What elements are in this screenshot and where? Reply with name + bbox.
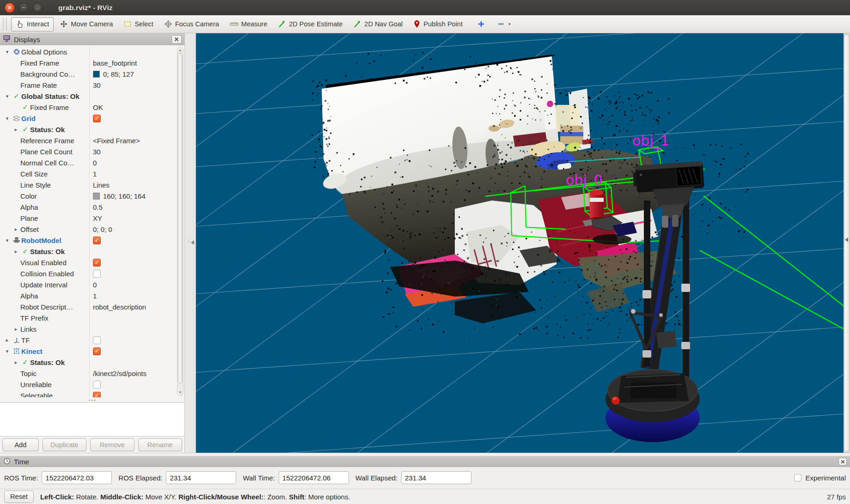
tree-row-unreliable[interactable]: Unreliable xyxy=(0,379,184,390)
tree-row-fixed-frame[interactable]: ✓Fixed FrameOK xyxy=(0,102,184,113)
tree-row-plane[interactable]: PlaneXY xyxy=(0,213,184,224)
value-text[interactable]: /kinect2/sd/points xyxy=(93,370,147,377)
value-text[interactable]: <Fixed Frame> xyxy=(93,137,140,145)
tree-row-normal-cell-co[interactable]: Normal Cell Co…0 xyxy=(0,157,184,168)
tree-row-selectable[interactable]: Selectable✓ xyxy=(0,390,184,397)
collapse-arrow-icon[interactable]: ▾ xyxy=(3,115,12,121)
time-panel-header[interactable]: Time xyxy=(0,456,850,467)
tool-publish-point[interactable]: Publish Point xyxy=(409,17,467,31)
collapse-arrow-icon[interactable]: ▾ xyxy=(3,49,12,55)
tree-row-robotmodel[interactable]: ▾RobotModel✓ xyxy=(0,235,184,246)
close-icon[interactable] xyxy=(838,458,847,466)
unchecked-checkbox[interactable] xyxy=(93,270,101,278)
tree-row-alpha[interactable]: Alpha0.5 xyxy=(0,201,184,213)
tree-row-plane-cell-count[interactable]: Plane Cell Count30 xyxy=(0,146,184,157)
collapse-arrow-icon[interactable]: ▾ xyxy=(3,348,12,354)
checked-checkbox[interactable]: ✓ xyxy=(93,259,101,267)
tool-interact[interactable]: Interact xyxy=(11,17,54,31)
tree-row-update-interval[interactable]: Update Interval0 xyxy=(0,279,184,290)
collapse-arrow-icon[interactable] xyxy=(191,240,194,245)
displays-tree[interactable]: ▾Global OptionsFixed Framebase_footprint… xyxy=(0,45,184,397)
value-text[interactable]: 0 xyxy=(93,281,97,289)
tree-row-reference-frame[interactable]: Reference Frame<Fixed Frame> xyxy=(0,135,184,146)
add-tool-button[interactable] xyxy=(473,17,489,31)
expand-arrow-icon[interactable]: ▸ xyxy=(12,127,20,133)
maximize-button[interactable]: □ xyxy=(32,3,43,13)
tree-row-status-ok[interactable]: ▸✓Status: Ok xyxy=(0,124,184,135)
experimental-checkbox[interactable] xyxy=(794,474,801,481)
tree-row-grid[interactable]: ▾Grid✓ xyxy=(0,113,184,124)
rename-button[interactable]: Rename xyxy=(138,438,182,451)
3d-viewport[interactable]: obj_0 obj_1 xyxy=(196,33,844,453)
tree-scrollbar[interactable]: ▲▼ xyxy=(177,47,183,396)
value-text[interactable]: 30 xyxy=(93,148,101,156)
tool-focus-camera[interactable]: Focus Camera xyxy=(159,17,224,31)
expand-arrow-icon[interactable]: ▸ xyxy=(12,249,20,255)
unchecked-checkbox[interactable] xyxy=(93,336,101,344)
value-text[interactable]: XY xyxy=(93,214,102,222)
tree-row-line-style[interactable]: Line StyleLines xyxy=(0,179,184,190)
tree-row-topic[interactable]: Topic/kinect2/sd/points xyxy=(0,368,184,379)
tree-row-color[interactable]: Color160; 160; 164 xyxy=(0,190,184,201)
value-text[interactable]: 1 xyxy=(93,292,97,300)
tree-row-background-co[interactable]: Background Co…0; 85; 127 xyxy=(0,68,184,79)
toolbar-grip[interactable] xyxy=(3,18,7,30)
tree-row-visual-enabled[interactable]: Visual Enabled✓ xyxy=(0,257,184,268)
tree-row-tf[interactable]: ▸TF xyxy=(0,334,184,346)
value-text[interactable]: 0; 85; 127 xyxy=(103,70,134,78)
value-text[interactable]: 0 xyxy=(93,159,97,167)
tree-row-status-ok[interactable]: ▸✓Status: Ok xyxy=(0,357,184,368)
value-text[interactable]: 0.5 xyxy=(93,203,103,211)
tree-row-fixed-frame[interactable]: Fixed Framebase_footprint xyxy=(0,57,184,68)
value-text[interactable]: 30 xyxy=(93,81,101,89)
value-text[interactable]: Lines xyxy=(93,181,110,189)
value-text[interactable]: base_footprint xyxy=(93,59,137,67)
add-button[interactable]: Add xyxy=(2,438,39,451)
checked-checkbox[interactable]: ✓ xyxy=(93,237,101,244)
wall-elapsed-input[interactable] xyxy=(401,471,471,484)
expand-arrow-icon[interactable]: ▸ xyxy=(12,226,20,232)
remove-button[interactable]: Remove xyxy=(90,438,134,451)
remove-tool-button[interactable]: ▾ xyxy=(494,17,514,31)
ros-elapsed-input[interactable] xyxy=(166,471,236,484)
wall-time-input[interactable] xyxy=(279,471,349,484)
tree-row-robot-descript[interactable]: Robot Descript…robot_description xyxy=(0,301,184,312)
tool-2d-nav-goal[interactable]: 2D Nav Goal xyxy=(349,17,407,31)
tool-move-camera[interactable]: Move Camera xyxy=(55,17,117,31)
expand-arrow-icon[interactable] xyxy=(845,237,848,242)
tree-row-status-ok[interactable]: ▸✓Status: Ok xyxy=(0,246,184,257)
expand-arrow-icon[interactable]: ▸ xyxy=(3,337,12,343)
displays-panel-header[interactable]: Displays xyxy=(0,33,184,45)
value-text[interactable]: robot_description xyxy=(93,303,146,311)
checked-checkbox[interactable]: ✓ xyxy=(93,392,101,398)
value-text[interactable]: 0; 0; 0 xyxy=(93,225,112,233)
tree-row-tf-prefix[interactable]: TF Prefix xyxy=(0,312,184,323)
scrollbar-thumb[interactable] xyxy=(178,53,183,383)
value-text[interactable]: 1 xyxy=(93,170,97,178)
panel-splitter[interactable]: ⋮ xyxy=(185,33,196,453)
close-icon[interactable] xyxy=(171,35,182,44)
views-panel-handle[interactable] xyxy=(844,33,850,453)
tree-row-links[interactable]: ▸Links xyxy=(0,323,184,334)
value-text[interactable]: 160; 160; 164 xyxy=(103,192,146,200)
collapse-arrow-icon[interactable]: ▾ xyxy=(3,237,12,243)
minimize-button[interactable]: – xyxy=(18,3,29,13)
expand-arrow-icon[interactable]: ▸ xyxy=(12,359,20,365)
reset-button[interactable]: Reset xyxy=(4,491,34,503)
tree-row-offset[interactable]: ▸Offset0; 0; 0 xyxy=(0,224,184,235)
duplicate-button[interactable]: Duplicate xyxy=(43,438,86,451)
tree-row-global-status-ok[interactable]: ▾✓Global Status: Ok xyxy=(0,91,184,102)
tool-measure[interactable]: Measure xyxy=(225,17,272,31)
tree-row-cell-size[interactable]: Cell Size1 xyxy=(0,168,184,179)
tree-row-alpha[interactable]: Alpha1 xyxy=(0,290,184,301)
unchecked-checkbox[interactable] xyxy=(93,381,101,389)
checked-checkbox[interactable]: ✓ xyxy=(93,347,101,355)
tree-row-kinect[interactable]: ▾Kinect✓ xyxy=(0,346,184,357)
scroll-down-icon[interactable]: ▼ xyxy=(177,390,183,395)
checked-checkbox[interactable]: ✓ xyxy=(93,115,101,122)
tree-row-collision-enabled[interactable]: Collision Enabled xyxy=(0,268,184,279)
scroll-up-icon[interactable]: ▲ xyxy=(177,48,183,52)
tool-2d-pose-estimate[interactable]: 2D Pose Estimate xyxy=(273,17,347,31)
close-button[interactable]: ✕ xyxy=(5,3,15,13)
panel-resize-grip[interactable] xyxy=(0,398,184,402)
